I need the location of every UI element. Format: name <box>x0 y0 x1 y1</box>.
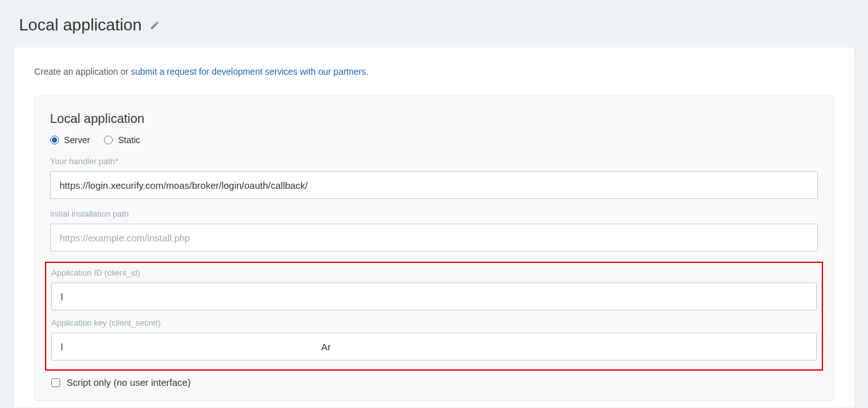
form-section-title: Local application <box>50 112 818 126</box>
radio-option-server[interactable]: Server <box>50 135 90 145</box>
handler-path-input[interactable] <box>50 171 818 199</box>
radio-server-input[interactable] <box>50 136 59 144</box>
intro-prefix: Create an application or <box>34 67 131 77</box>
content-panel: Create an application or submit a reques… <box>14 48 854 407</box>
install-path-input[interactable] <box>50 224 818 252</box>
intro-text: Create an application or submit a reques… <box>34 67 834 77</box>
credentials-highlight: Application ID (client_id) Application k… <box>45 262 823 371</box>
partners-link[interactable]: submit a request for development service… <box>131 67 369 77</box>
radio-static-input[interactable] <box>104 136 113 144</box>
radio-option-static[interactable]: Static <box>104 135 140 145</box>
script-only-label[interactable]: Script only (no user interface) <box>67 377 191 388</box>
form-box: Local application Server Static Your han… <box>34 96 834 401</box>
page-header: Local application <box>0 0 868 48</box>
client-secret-label: Application key (client_secret) <box>51 318 817 328</box>
client-secret-input[interactable] <box>51 333 817 360</box>
radio-server-label[interactable]: Server <box>64 135 90 145</box>
radio-static-label[interactable]: Static <box>118 135 140 145</box>
script-only-row[interactable]: Script only (no user interface) <box>50 377 818 388</box>
client-id-input[interactable] <box>51 283 817 310</box>
edit-icon[interactable] <box>150 20 160 30</box>
client-id-label: Application ID (client_id) <box>51 268 817 277</box>
page-title: Local application <box>19 15 142 35</box>
app-type-radio-group: Server Static <box>50 135 818 145</box>
script-only-checkbox[interactable] <box>51 378 60 387</box>
handler-path-label: Your handler path* <box>50 156 818 166</box>
install-path-label: Initial installation path <box>50 209 818 219</box>
